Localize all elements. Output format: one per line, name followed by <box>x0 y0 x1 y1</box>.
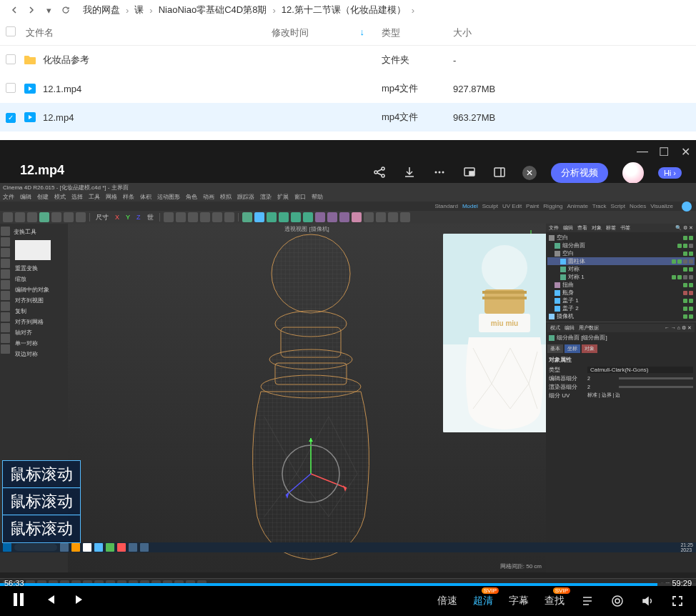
help-icon[interactable] <box>682 202 692 212</box>
file-row[interactable]: ✓ 12.mp4 mp4文件 963.27MB <box>0 103 696 131</box>
settings-icon[interactable] <box>610 594 625 608</box>
tool-icon[interactable] <box>164 212 174 222</box>
prim-icon[interactable] <box>388 212 398 222</box>
prev-button[interactable] <box>44 594 56 608</box>
select-all-checkbox[interactable] <box>6 26 16 36</box>
download-icon[interactable] <box>402 165 418 181</box>
tool-icon[interactable] <box>3 212 13 222</box>
crumb[interactable]: NiaoNiao零基础C4D第8期 <box>156 4 270 16</box>
next-button[interactable] <box>74 594 86 608</box>
col-type[interactable]: 类型 <box>382 26 453 39</box>
crumb[interactable]: 我的网盘 <box>80 4 123 16</box>
tool-icon[interactable] <box>27 212 37 222</box>
tool-move-icon[interactable] <box>39 212 49 222</box>
panel-item[interactable]: 复制 <box>12 306 66 317</box>
taskbar-app-icon[interactable] <box>60 543 69 552</box>
maximize-icon[interactable]: ☐ <box>659 146 669 157</box>
panel-item[interactable]: 重置变换 <box>12 263 66 274</box>
mode-icon[interactable] <box>1 344 10 354</box>
volume-icon[interactable] <box>640 594 655 608</box>
find-button[interactable]: 查找SVIP <box>545 595 565 607</box>
mode-icon[interactable] <box>1 334 10 343</box>
prim-icon[interactable] <box>303 212 313 222</box>
prim-icon[interactable] <box>364 212 374 222</box>
share-icon[interactable] <box>372 165 388 181</box>
quality-button[interactable]: 超清SVIP <box>473 595 493 607</box>
more-icon[interactable] <box>432 165 448 181</box>
crumb[interactable]: 12.第十二节课（化妆品建模） <box>279 4 409 16</box>
mode-icon[interactable] <box>1 259 10 268</box>
subtitle-button[interactable]: 字幕 <box>509 595 529 607</box>
tool-icon[interactable] <box>200 212 210 222</box>
col-modified[interactable]: 修改时间↓ <box>272 26 382 39</box>
col-name[interactable]: 文件名 <box>23 26 272 39</box>
tool-icon[interactable] <box>15 212 25 222</box>
mode-icon[interactable] <box>1 227 10 236</box>
prim-icon[interactable] <box>267 212 277 222</box>
taskbar-app-icon[interactable] <box>94 543 103 552</box>
prim-icon[interactable] <box>400 212 410 222</box>
avatar[interactable] <box>622 162 644 184</box>
search-box[interactable] <box>14 544 57 551</box>
crumb[interactable]: 课 <box>131 4 146 16</box>
speed-button[interactable]: 倍速 <box>437 595 457 607</box>
prim-icon[interactable] <box>279 212 289 222</box>
mode-icon[interactable] <box>1 302 10 311</box>
prim-icon[interactable] <box>291 212 301 222</box>
panel-item[interactable]: 编辑中的对象 <box>12 284 66 295</box>
tool-icon[interactable] <box>224 212 234 222</box>
file-row[interactable]: 12.1.mp4 mp4文件 927.87MB <box>0 74 696 103</box>
pip-icon[interactable] <box>462 165 478 181</box>
panel-item[interactable]: 对齐到网格 <box>12 317 66 327</box>
tool-icon[interactable] <box>64 212 74 222</box>
tool-icon[interactable] <box>188 212 198 222</box>
prim-icon[interactable] <box>376 212 386 222</box>
prim-icon[interactable] <box>339 212 349 222</box>
nav-refresh-icon[interactable] <box>60 4 71 16</box>
tool-icon[interactable] <box>76 212 86 222</box>
taskbar-app-icon[interactable] <box>140 543 149 552</box>
taskbar-app-icon[interactable] <box>117 543 126 552</box>
row-checkbox[interactable] <box>6 54 16 64</box>
taskbar-app-icon[interactable] <box>106 543 114 552</box>
prim-icon[interactable] <box>254 212 264 222</box>
mode-icon[interactable] <box>1 248 10 257</box>
close-round-icon[interactable]: ✕ <box>522 166 537 180</box>
panel-item[interactable]: 轴对齐 <box>12 327 66 338</box>
mode-icon[interactable] <box>1 237 10 247</box>
taskbar-app-icon[interactable] <box>83 543 91 552</box>
mode-icon[interactable] <box>1 323 10 332</box>
mode-icon[interactable] <box>1 280 10 289</box>
object-tree[interactable]: 空白 细分曲面 空白 圆柱体 对称 对称 1 扭曲 瓶身 盖子 1 盖子 2 摄… <box>546 232 696 322</box>
mode-icon[interactable] <box>1 312 10 322</box>
close-icon[interactable]: ✕ <box>680 146 690 157</box>
start-icon[interactable] <box>3 543 11 552</box>
fullscreen-icon[interactable] <box>670 594 685 608</box>
nav-back-icon[interactable] <box>9 4 20 16</box>
prim-icon[interactable] <box>242 212 252 222</box>
prim-icon[interactable] <box>352 212 362 222</box>
nav-forward-icon[interactable] <box>26 4 37 16</box>
row-checkbox[interactable] <box>6 83 16 93</box>
playlist-icon[interactable] <box>580 594 595 608</box>
tool-icon[interactable] <box>212 212 222 222</box>
taskbar-app-icon[interactable] <box>129 543 137 552</box>
taskbar-app-icon[interactable] <box>71 543 80 552</box>
prim-icon[interactable] <box>315 212 325 222</box>
hi-badge[interactable]: Hi › <box>658 167 682 179</box>
panel-item[interactable]: 缩放 <box>12 274 66 284</box>
panel-item[interactable]: 双边对称 <box>12 349 66 359</box>
sidebar-icon[interactable] <box>492 165 508 181</box>
mode-icon[interactable] <box>1 291 10 300</box>
tool-icon[interactable] <box>176 212 186 222</box>
tool-icon[interactable] <box>51 212 61 222</box>
c4d-viewport[interactable]: 透视视图 [摄像机] <box>68 224 546 572</box>
material-swatch[interactable] <box>15 240 51 260</box>
col-size[interactable]: 大小 <box>453 26 517 39</box>
analyze-button[interactable]: 分析视频 <box>551 163 608 183</box>
minimize-icon[interactable]: — <box>637 146 647 157</box>
pause-button[interactable] <box>11 592 26 610</box>
nav-dropdown-icon[interactable]: ▾ <box>43 4 54 16</box>
prim-icon[interactable] <box>327 212 337 222</box>
panel-item[interactable]: 单一对称 <box>12 338 66 349</box>
